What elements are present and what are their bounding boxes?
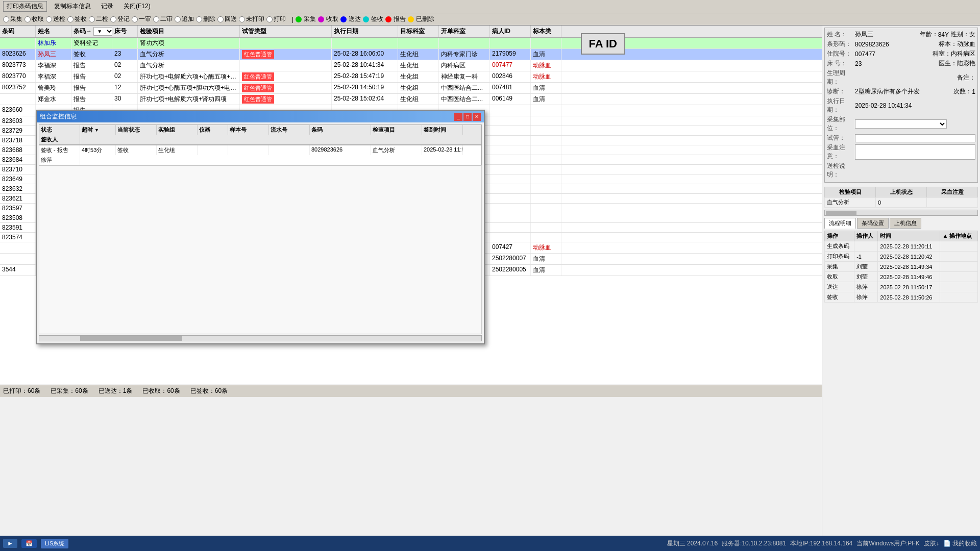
- modal-close-button[interactable]: ✕: [473, 113, 481, 121]
- modal-cell-receiver: 徐萍: [39, 155, 80, 165]
- modal-cell-time: 2025-02-28 11:50:26: [422, 145, 463, 155]
- modal-body: 状态 超时 ▼ 当前状态 实验组 仪器 样本号 流水号 条码 检查项目 签到时间…: [37, 122, 484, 343]
- modal-cell-flow: [269, 145, 310, 155]
- modal-content-area: [39, 165, 482, 334]
- modal-col-sample: 样本号: [228, 125, 269, 135]
- modal-maximize-button[interactable]: □: [463, 113, 472, 121]
- modal-cell-lab: 生化组: [157, 145, 198, 155]
- modal-cell-barcode: 8029823626: [310, 145, 371, 155]
- modal-col-timeout: 超时 ▼: [80, 125, 116, 135]
- modal-scrollbar-thumb[interactable]: [80, 336, 182, 341]
- modal-col-lab: 实验组: [157, 125, 198, 135]
- modal-cell-check: 血气分析: [371, 145, 422, 155]
- modal-titlebar: 组合监控信息 _ □ ✕: [37, 111, 484, 122]
- modal-col-time: 签到时间: [422, 125, 463, 135]
- modal-overlay: 组合监控信息 _ □ ✕ 状态 超时 ▼ 当前状态 实验组 仪器 样本号 流水号…: [0, 0, 980, 551]
- modal-minimize-button[interactable]: _: [454, 113, 462, 121]
- modal-scrollbar[interactable]: [39, 335, 482, 341]
- modal-cell-current: 签收: [116, 145, 157, 155]
- modal-controls: _ □ ✕: [454, 113, 481, 121]
- modal-cell-sample: [228, 145, 269, 155]
- modal-table-header: 状态 超时 ▼ 当前状态 实验组 仪器 样本号 流水号 条码 检查项目 签到时间…: [39, 124, 482, 145]
- modal-col-status: 状态: [39, 125, 80, 135]
- modal-cell-instrument: [198, 145, 228, 155]
- modal-table-row[interactable]: 签收 - 报告 4时53分 签收 生化组 8029823626 血气分析 202…: [39, 145, 482, 165]
- modal-col-barcode: 条码: [310, 125, 371, 135]
- modal-col-instrument: 仪器: [198, 125, 228, 135]
- modal-cell-status: 签收 - 报告: [39, 145, 80, 155]
- modal-col-flow: 流水号: [269, 125, 310, 135]
- modal-cell-timeout: 4时53分: [80, 145, 116, 155]
- modal-title: 组合监控信息: [40, 112, 77, 121]
- modal-col-current: 当前状态: [116, 125, 157, 135]
- modal-col-check: 检查项目: [371, 125, 422, 135]
- modal-col-receiver: 签收人: [39, 135, 80, 144]
- modal-dialog: 组合监控信息 _ □ ✕ 状态 超时 ▼ 当前状态 实验组 仪器 样本号 流水号…: [36, 110, 485, 344]
